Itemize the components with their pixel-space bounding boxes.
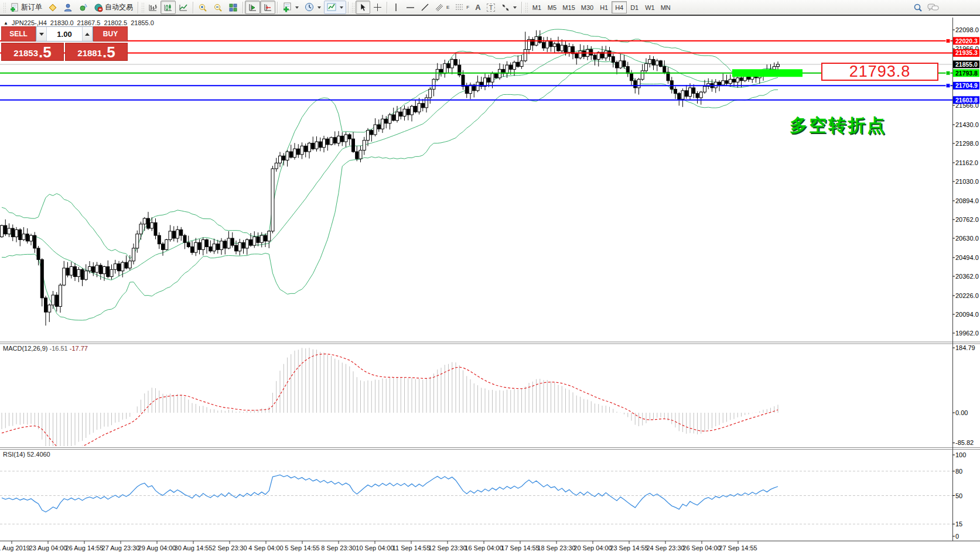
time-tick-label: 4 Sep 04:00	[248, 544, 283, 551]
caret-icon	[513, 6, 517, 9]
tile-windows-button[interactable]	[226, 1, 241, 14]
zoom-out-button[interactable]	[210, 1, 226, 14]
gold-icon	[48, 3, 57, 12]
price-tick-label: 21430.0	[955, 121, 979, 128]
sell-price-pips: .5	[39, 44, 52, 60]
horizontal-line-tool[interactable]	[403, 1, 418, 14]
price-tick-label: 21030.0	[955, 178, 979, 185]
auto-trading-button[interactable]: 自动交易	[91, 1, 136, 14]
time-tick-label: 17 Sep 14:55	[501, 544, 539, 551]
candlestick-icon	[163, 3, 173, 12]
time-tick-label: 26 Sep 04:00	[682, 544, 721, 551]
text-tool[interactable]: A	[472, 1, 483, 14]
volume-input[interactable]	[47, 27, 82, 41]
auto-scroll-button[interactable]	[245, 1, 260, 14]
timeframe-button-M15[interactable]: M15	[559, 1, 578, 13]
chart-shift-icon	[263, 3, 272, 12]
buy-price-display[interactable]: 21881 .5	[65, 43, 128, 61]
arrows-tool[interactable]	[498, 1, 520, 14]
time-tick-label: 11 Sep 14:55	[392, 544, 431, 551]
signals-button[interactable]	[76, 1, 91, 14]
sell-price-display[interactable]: 21853 .5	[1, 43, 64, 61]
equidistant-channel-tool[interactable]: E	[432, 1, 452, 14]
search-icon[interactable]	[913, 3, 923, 12]
time-tick-label: 12 Sep 23:30	[428, 544, 466, 551]
rsi-indicator-label: RSI(14) 52.4060	[3, 451, 50, 458]
crosshair-icon	[373, 3, 382, 12]
cursor-button[interactable]	[356, 1, 370, 14]
text-tool-icon: A	[475, 3, 480, 12]
svg-text:0: 0	[955, 533, 959, 540]
line-chart-button[interactable]	[176, 1, 191, 14]
clock-icon	[305, 2, 315, 12]
indicators-button[interactable]	[324, 1, 346, 14]
time-tick-label: 2 Sep 23:30	[212, 544, 247, 551]
fibonacci-tool[interactable]: F	[452, 1, 472, 14]
time-tick-label: 8 Sep 23:30	[321, 544, 356, 551]
volume-decrease-button[interactable]	[36, 27, 47, 41]
periods-button[interactable]	[302, 1, 324, 14]
svg-text:80: 80	[955, 468, 962, 475]
svg-text:184.79: 184.79	[955, 344, 975, 351]
channel-icon	[435, 3, 445, 12]
chart-shift-button[interactable]	[260, 1, 275, 14]
crosshair-button[interactable]	[370, 1, 385, 14]
open-value: 21830.0	[50, 19, 74, 26]
price-tick-label: 21298.0	[955, 140, 979, 147]
chart-ohlc-header: ▲ JPN225-,H4 21830.0 21867.5 21802.5 218…	[4, 19, 154, 26]
zoom-in-button[interactable]	[195, 1, 210, 14]
candlestick-chart-button[interactable]	[161, 1, 176, 14]
caret-icon	[317, 6, 321, 9]
new-chart-button[interactable]	[279, 1, 302, 14]
price-tick-label: 20494.0	[955, 254, 979, 261]
tile-windows-icon	[228, 3, 238, 12]
price-label-22020.3: 22020.3	[955, 37, 978, 44]
candles	[1, 30, 780, 326]
rsi-axis: 1008050150	[952, 451, 966, 540]
time-tick-label: 10 Sep 04:00	[356, 544, 394, 551]
price-callout-box[interactable]: 21793.8	[821, 63, 938, 81]
highlight-zone-bar[interactable]	[732, 69, 803, 77]
indicators-icon	[327, 2, 337, 12]
buy-price-main: 21881	[77, 47, 102, 60]
timeframe-button-MN[interactable]: MN	[658, 1, 674, 13]
chart-type-group	[145, 0, 191, 15]
timeframe-button-H1[interactable]: H1	[596, 1, 612, 13]
buy-button[interactable]: BUY	[93, 26, 128, 42]
chat-icon[interactable]	[927, 3, 939, 12]
time-tick-label: 23 Sep 14:55	[610, 544, 648, 551]
sell-button[interactable]: SELL	[1, 26, 36, 42]
time-tick-label: 21 Aug 2019	[0, 544, 30, 551]
price-label-21793.8: 21793.8	[955, 70, 978, 77]
objects-group	[279, 0, 346, 15]
trendline-tool[interactable]	[418, 1, 432, 14]
auto-trading-icon	[94, 3, 103, 12]
time-tick-label: 23 Aug 04:00	[29, 544, 67, 551]
close-value: 21855.0	[131, 19, 154, 26]
chart-canvas[interactable]: 22098.021966.021566.021430.021298.021162…	[0, 17, 980, 555]
price-tick-label: 21162.0	[955, 159, 978, 166]
timeframe-button-M30[interactable]: M30	[578, 1, 596, 13]
timeframe-button-W1[interactable]: W1	[642, 1, 658, 13]
text-label-tool[interactable]: T	[484, 1, 498, 14]
volume-increase-button[interactable]	[82, 27, 93, 41]
trade-group: 新订单 自动交易	[7, 0, 136, 15]
new-order-button[interactable]: 新订单	[7, 1, 45, 14]
vertical-line-icon	[392, 3, 400, 12]
vertical-line-tool[interactable]	[389, 1, 403, 14]
market-watch-button[interactable]	[45, 1, 60, 14]
timeframe-button-D1[interactable]: D1	[627, 1, 642, 13]
community-button[interactable]	[60, 1, 76, 14]
price-tick-label: 20630.0	[955, 235, 979, 242]
bar-chart-button[interactable]	[145, 1, 161, 14]
trendline-icon	[421, 3, 429, 12]
chinese-annotation[interactable]: 多空转折点	[790, 114, 886, 138]
time-tick-label: 16 Sep 04:00	[465, 544, 503, 551]
timeframe-button-M1[interactable]: M1	[529, 1, 544, 13]
price-label-21935.3: 21935.3	[955, 49, 978, 56]
timeframe-button-M5[interactable]: M5	[544, 1, 559, 13]
arrows-icon	[501, 3, 510, 12]
price-label-21704.9: 21704.9	[955, 82, 978, 89]
timeframe-button-H4[interactable]: H4	[612, 1, 627, 13]
collapse-triangle-icon[interactable]: ▲	[4, 20, 8, 26]
